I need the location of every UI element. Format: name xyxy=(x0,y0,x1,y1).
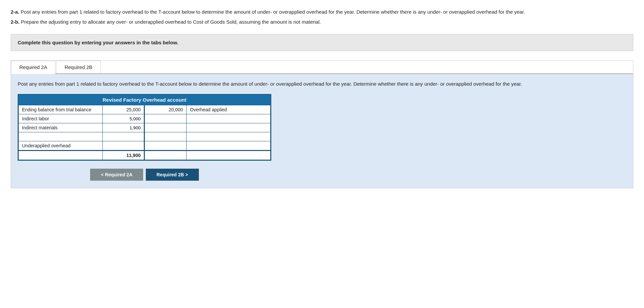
table-row: Indirect materials xyxy=(19,123,271,132)
debit-amount-1[interactable] xyxy=(102,114,144,123)
credit-amount-1[interactable] xyxy=(144,114,187,123)
credit-amount-3[interactable] xyxy=(144,132,187,141)
tab-row: Required 2A Required 2B xyxy=(11,61,633,74)
intro-2b-text: Prepare the adjusting entry to allocate … xyxy=(21,19,321,25)
credit-label-0: Overhead applied xyxy=(187,105,271,114)
t-account-table: Ending balance from trial balance 25,000… xyxy=(18,105,271,160)
debit-amount-4[interactable] xyxy=(102,141,144,151)
total-credit-amount xyxy=(144,151,187,160)
tab-content-2a: Post any entries from part 1 related to … xyxy=(11,74,633,188)
intro-2a-label: 2-a. xyxy=(11,9,19,15)
credit-label-2[interactable] xyxy=(187,123,271,132)
debit-amount-3[interactable] xyxy=(102,132,144,141)
t-account-title: Revised Factory Overhead account xyxy=(18,95,271,105)
total-row: 11,900 xyxy=(19,151,271,160)
table-row: Indirect labor xyxy=(19,114,271,123)
tab-description: Post any entries from part 1 related to … xyxy=(18,80,626,88)
credit-amount-2[interactable] xyxy=(144,123,187,132)
prev-button[interactable]: < Required 2A xyxy=(90,169,143,181)
table-row xyxy=(19,132,271,141)
complete-instruction-text: Complete this question by entering your … xyxy=(18,40,178,45)
debit-amount-2[interactable] xyxy=(102,123,144,132)
debit-label-0: Ending balance from trial balance xyxy=(19,105,103,114)
tab-required-2b[interactable]: Required 2B xyxy=(56,61,100,73)
total-debit-amount: 11,900 xyxy=(102,151,144,160)
debit-label-1: Indirect labor xyxy=(19,114,103,123)
intro-2a-text: Post any entries from part 1 related to … xyxy=(21,9,525,15)
credit-amount-4[interactable] xyxy=(144,141,187,151)
intro-2b-label: 2-b. xyxy=(11,19,20,25)
total-credit-label xyxy=(187,151,271,160)
debit-label-2: Indirect materials xyxy=(19,123,103,132)
next-button[interactable]: Required 2B > xyxy=(146,169,199,181)
table-row: Underapplied overhead xyxy=(19,141,271,151)
tab-required-2a[interactable]: Required 2A xyxy=(11,61,55,74)
intro-section: 2-a. Post any entries from part 1 relate… xyxy=(11,8,633,26)
credit-label-4[interactable] xyxy=(187,141,271,151)
credit-label-1[interactable] xyxy=(187,114,271,123)
tabs-container: Required 2A Required 2B Post any entries… xyxy=(11,60,633,188)
credit-label-3[interactable] xyxy=(187,132,271,141)
debit-amount-0[interactable]: 25,000 xyxy=(102,105,144,114)
credit-amount-0: 20,000 xyxy=(144,105,187,114)
total-debit-label xyxy=(19,151,103,160)
nav-buttons: < Required 2A Required 2B > xyxy=(18,169,271,181)
debit-label-4: Underapplied overhead xyxy=(19,141,103,151)
t-account: Revised Factory Overhead account Ending … xyxy=(18,94,271,161)
complete-instruction-box: Complete this question by entering your … xyxy=(11,34,633,51)
table-row: Ending balance from trial balance 25,000… xyxy=(19,105,271,114)
debit-label-3[interactable] xyxy=(19,132,103,141)
